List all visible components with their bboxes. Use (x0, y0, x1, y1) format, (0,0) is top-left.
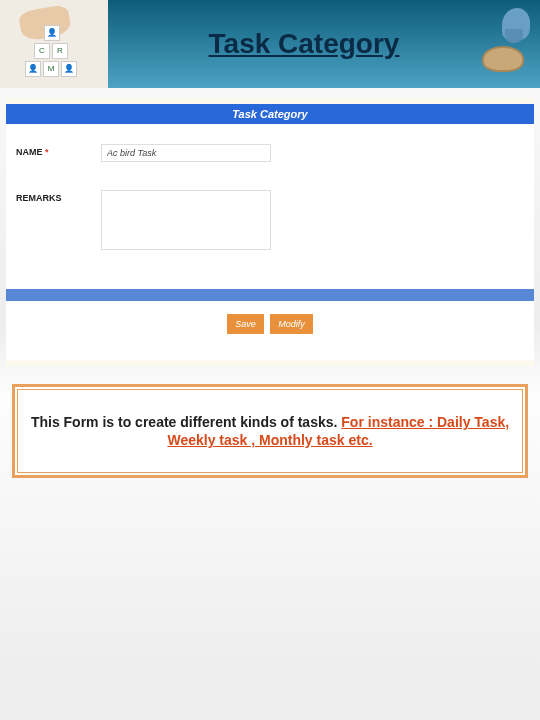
bird-graphic (502, 8, 530, 40)
form-divider (6, 289, 534, 301)
save-button[interactable]: Save (227, 314, 264, 334)
name-label: NAME * (16, 144, 101, 157)
header-left-image: 👤 C R 👤 M 👤 (0, 0, 108, 88)
name-input[interactable] (101, 144, 271, 162)
description-intro: This Form is to create different kinds o… (31, 414, 341, 430)
form-body: NAME * REMARKS (6, 124, 534, 289)
button-row: Save Modify (6, 301, 534, 360)
name-row: NAME * (16, 144, 524, 162)
form-screenshot: Task Category NAME * REMARKS Save Modify (6, 98, 534, 366)
nest-graphic (482, 46, 524, 72)
slide-header: 👤 C R 👤 M 👤 Task Category (0, 0, 540, 88)
name-label-text: NAME (16, 147, 43, 157)
remarks-input[interactable] (101, 190, 271, 250)
required-marker: * (45, 147, 49, 157)
crm-blocks: 👤 C R 👤 M 👤 (22, 25, 82, 80)
description-box: This Form is to create different kinds o… (12, 384, 528, 478)
modify-button[interactable]: Modify (270, 314, 313, 334)
header-right-image (474, 6, 534, 82)
form-title-bar: Task Category (6, 104, 534, 124)
remarks-label: REMARKS (16, 190, 101, 203)
remarks-row: REMARKS (16, 190, 524, 250)
